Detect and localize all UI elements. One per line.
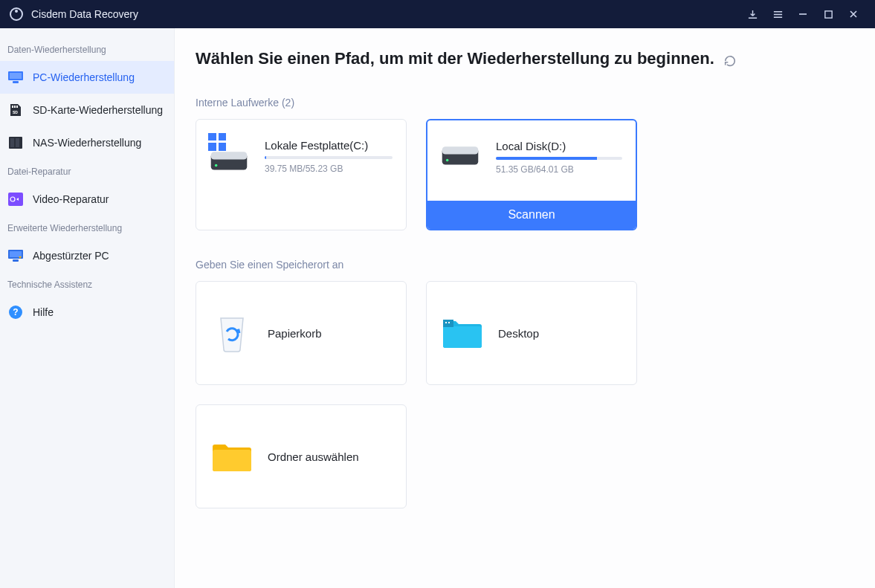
video-repair-icon [7, 192, 24, 207]
sidebar-item-label: Hilfe [33, 306, 54, 318]
drive-size-text: 39.75 MB/55.23 GB [265, 164, 393, 174]
sidebar: Daten-Wiederherstellung PC-Wiederherstel… [0, 28, 175, 588]
desktop-folder-icon [442, 312, 483, 354]
location-label: Desktop [498, 327, 539, 340]
sidebar-item-sd-recovery[interactable]: SD SD-Karte-Wiederherstellung [0, 94, 174, 126]
drive-card-d[interactable]: Local Disk(D:) 51.35 GB/64.01 GB Scannen [426, 119, 637, 230]
drive-name: Lokale Festplatte(C:) [265, 139, 393, 152]
svg-point-22 [215, 164, 217, 166]
svg-rect-4 [10, 73, 22, 79]
svg-rect-28 [445, 322, 447, 323]
location-card-recycle-bin[interactable]: Papierkorb [196, 281, 407, 385]
svg-rect-11 [10, 138, 14, 147]
windows-logo-icon [208, 133, 226, 151]
sidebar-item-pc-recovery[interactable]: PC-Wiederherstellung [0, 61, 174, 94]
sidebar-item-video-repair[interactable]: Video-Reparatur [0, 183, 174, 216]
scan-button[interactable]: Scannen [427, 201, 636, 229]
svg-rect-29 [448, 322, 450, 323]
folder-icon [211, 436, 253, 477]
svg-text:?: ? [13, 307, 18, 317]
drive-usage-bar [496, 157, 622, 160]
svg-rect-2 [824, 10, 831, 17]
sidebar-item-help[interactable]: ? Hilfe [0, 296, 174, 329]
monitor-icon [7, 70, 24, 85]
maximize-button[interactable] [816, 0, 841, 28]
refresh-icon[interactable] [723, 54, 737, 68]
svg-text:SD: SD [13, 110, 18, 114]
download-icon[interactable] [740, 0, 765, 28]
sidebar-section-label: Technische Assistenz [0, 272, 174, 296]
sidebar-item-label: PC-Wiederherstellung [33, 71, 135, 83]
svg-rect-24 [442, 146, 479, 154]
sidebar-item-crashed-pc[interactable]: Abgestürzter PC [0, 239, 174, 272]
svg-point-1 [15, 10, 18, 13]
page-heading: Wählen Sie einen Pfad, um mit der Wieder… [196, 49, 714, 68]
sidebar-item-label: Abgestürzter PC [33, 250, 109, 262]
app-title: Cisdem Data Recovery [31, 8, 138, 20]
nas-icon [7, 135, 24, 150]
crashed-pc-icon [7, 248, 24, 263]
sidebar-item-nas-recovery[interactable]: NAS-Wiederherstellung [0, 126, 174, 159]
svg-rect-21 [211, 152, 248, 159]
svg-rect-7 [14, 106, 16, 108]
svg-point-25 [446, 158, 448, 161]
titlebar: Cisdem Data Recovery [0, 0, 875, 28]
svg-rect-5 [13, 81, 19, 83]
drive-name: Local Disk(D:) [496, 140, 622, 152]
sidebar-section-label: Datei-Reparatur [0, 159, 174, 183]
recycle-bin-icon [211, 312, 253, 354]
location-card-desktop[interactable]: Desktop [426, 281, 637, 385]
location-card-choose-folder[interactable]: Ordner auswählen [196, 404, 407, 508]
location-label: Papierkorb [268, 327, 322, 340]
svg-rect-8 [16, 106, 18, 108]
svg-rect-26 [443, 326, 482, 348]
sidebar-section-label: Erweiterte Wiederherstellung [0, 216, 174, 239]
main-content: Wählen Sie einen Pfad, um mit der Wieder… [175, 28, 875, 588]
drive-card-c[interactable]: Lokale Festplatte(C:) 39.75 MB/55.23 GB [196, 119, 407, 230]
drive-icon [441, 143, 482, 172]
svg-rect-17 [13, 259, 19, 262]
locations-section-title: Geben Sie einen Speicherort an [196, 259, 854, 271]
drive-icon [210, 136, 251, 177]
sd-card-icon: SD [7, 103, 24, 117]
sidebar-section-label: Daten-Wiederherstellung [0, 37, 174, 61]
menu-icon[interactable] [765, 0, 790, 28]
help-icon: ? [7, 305, 24, 320]
drives-section-title: Interne Laufwerke (2) [196, 97, 854, 109]
svg-rect-16 [10, 251, 22, 257]
svg-rect-30 [213, 450, 251, 471]
location-label: Ordner auswählen [268, 450, 359, 463]
app-logo-icon [9, 7, 24, 22]
sidebar-item-label: NAS-Wiederherstellung [33, 137, 141, 149]
sidebar-item-label: SD-Karte-Wiederherstellung [33, 104, 163, 116]
drive-size-text: 51.35 GB/64.01 GB [496, 164, 622, 175]
minimize-button[interactable] [790, 0, 816, 28]
svg-rect-6 [12, 106, 13, 108]
close-button[interactable] [841, 0, 866, 28]
drive-usage-bar [265, 156, 393, 159]
sidebar-item-label: Video-Reparatur [33, 193, 109, 205]
svg-rect-12 [16, 138, 19, 147]
